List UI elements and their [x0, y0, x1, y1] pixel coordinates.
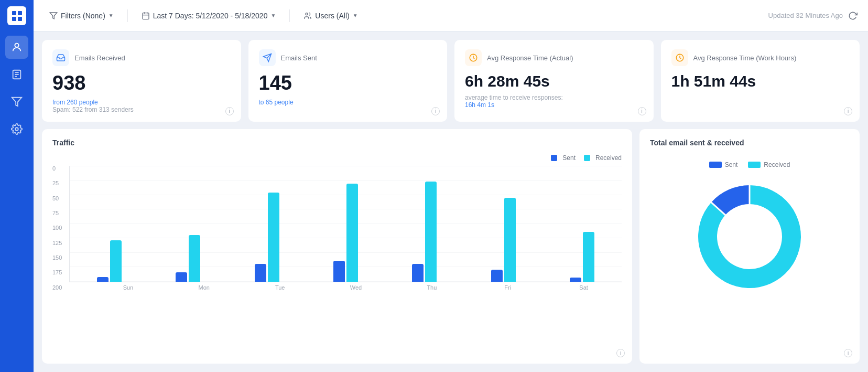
- stat-info-workhours[interactable]: i: [844, 107, 852, 115]
- stat-sub1-actual: average time to receive responses:: [465, 94, 563, 101]
- date-chevron: ▼: [270, 13, 276, 18]
- refresh-icon[interactable]: [848, 11, 858, 20]
- donut-legend-sent: Sent: [709, 161, 738, 168]
- bar-sent[interactable]: [333, 261, 345, 282]
- stat-info-sent[interactable]: i: [431, 107, 440, 115]
- x-labels: SunMonTueWedThuFriSat: [69, 284, 622, 291]
- bar-sent[interactable]: [412, 264, 424, 282]
- clock-workhours-icon: [675, 53, 685, 62]
- x-label: Fri: [470, 284, 546, 291]
- bar-group: [227, 193, 306, 282]
- stat-sub-received: from 260 people Spam: 522 from 313 sende…: [52, 99, 231, 113]
- sidebar-item-settings[interactable]: [5, 118, 28, 141]
- content-area: Emails Received 938 from 260 people Spam…: [34, 31, 868, 372]
- svg-rect-8: [143, 13, 149, 19]
- x-label: Wed: [318, 284, 394, 291]
- bar-group: [70, 240, 148, 282]
- stat-header-workhours: Avg Response Time (Work Hours): [671, 49, 850, 66]
- stat-emails-received: Emails Received 938 from 260 people Spam…: [42, 40, 241, 122]
- y-label: 50: [52, 196, 65, 201]
- sidebar-item-reports[interactable]: [5, 63, 28, 86]
- stat-value-sent: 145: [259, 72, 437, 94]
- bar-group: [464, 198, 542, 282]
- x-label: Sun: [90, 284, 166, 291]
- sidebar-item-users[interactable]: [5, 36, 28, 59]
- bar-received[interactable]: [268, 193, 279, 282]
- legend-received-label: Received: [595, 154, 622, 162]
- stat-title-sent: Emails Sent: [281, 54, 317, 62]
- donut-svg: [692, 179, 807, 294]
- stat-sub1-received: from 260 people: [52, 99, 98, 106]
- filter-icon: [49, 12, 58, 20]
- bar-sent[interactable]: [491, 270, 503, 282]
- bar-received[interactable]: [110, 240, 122, 282]
- stat-info-received[interactable]: i: [225, 107, 234, 115]
- svg-point-18: [679, 54, 680, 55]
- grid-line: [70, 180, 622, 180]
- y-label: 100: [52, 225, 65, 231]
- bar-received[interactable]: [425, 182, 437, 282]
- svg-marker-7: [50, 13, 57, 19]
- donut-legend-received: Received: [748, 161, 790, 168]
- x-label: Thu: [394, 284, 470, 291]
- users-dropdown[interactable]: Users (All) ▼: [298, 8, 363, 23]
- date-range-dropdown[interactable]: Last 7 Days: 5/12/2020 - 5/18/2020 ▼: [136, 8, 281, 23]
- topbar-sep2: [289, 9, 290, 22]
- svg-point-0: [15, 44, 18, 47]
- donut-legend: Sent Received: [709, 161, 790, 168]
- y-label: 125: [52, 240, 65, 246]
- bar-chart-info[interactable]: i: [616, 349, 625, 357]
- x-label: Sat: [546, 284, 622, 291]
- legend-sent-label: Sent: [562, 154, 576, 162]
- stat-sub-actual: average time to receive responses: 16h 4…: [465, 94, 643, 109]
- stat-avg-actual: Avg Response Time (Actual) 6h 28m 45s av…: [454, 40, 654, 122]
- bar-sent[interactable]: [255, 264, 266, 282]
- y-label: 150: [52, 255, 65, 261]
- sidebar: [0, 0, 34, 372]
- stat-sub-sent: to 65 people: [259, 99, 437, 106]
- date-range-label: Last 7 Days: 5/12/2020 - 5/18/2020: [153, 12, 268, 20]
- y-label: 25: [52, 180, 65, 186]
- x-label: Mon: [166, 284, 242, 291]
- bar-group: [385, 182, 464, 282]
- bar-received[interactable]: [504, 198, 516, 282]
- bar-received[interactable]: [189, 235, 200, 282]
- bar-sent[interactable]: [570, 278, 581, 281]
- filter-chevron: ▼: [108, 13, 114, 18]
- y-label: 200: [52, 285, 65, 291]
- sidebar-item-filters[interactable]: [5, 90, 28, 113]
- clock-actual-icon: [469, 53, 478, 62]
- filters-dropdown[interactable]: Filters (None) ▼: [44, 8, 119, 23]
- svg-point-16: [473, 54, 474, 55]
- donut-legend-received-box: [748, 162, 761, 168]
- bar-chart-body: 2001751501251007550250 SunMonTueWedThuFr…: [52, 166, 622, 291]
- stat-sub2-actual: 16h 4m 1s: [465, 101, 494, 109]
- stat-sub2-received: Spam: 522 from 313 senders: [52, 106, 134, 113]
- stat-info-actual[interactable]: i: [638, 107, 646, 115]
- bar-sent[interactable]: [97, 277, 108, 281]
- svg-point-6: [15, 127, 18, 131]
- bar-received[interactable]: [583, 232, 594, 282]
- app-logo[interactable]: [7, 6, 26, 25]
- clock-workhours-icon-wrap: [671, 49, 688, 66]
- updated-label: Updated 32 Minutes Ago: [768, 12, 843, 19]
- topbar-sep1: [127, 9, 128, 22]
- y-axis: 2001751501251007550250: [52, 166, 69, 291]
- stat-value-received: 938: [52, 72, 231, 94]
- stat-value-workhours: 1h 51m 44s: [671, 72, 850, 90]
- svg-point-12: [306, 13, 308, 15]
- donut-chart-card: Total email sent & received Sent Receive…: [639, 129, 860, 364]
- filter-label: Filters (None): [61, 12, 105, 20]
- bar-received[interactable]: [346, 184, 358, 282]
- users-label: Users (All): [315, 12, 349, 20]
- svg-marker-5: [12, 98, 21, 107]
- legend-sent-dot: [551, 155, 557, 161]
- calendar-icon: [142, 12, 150, 20]
- donut-chart-info[interactable]: i: [844, 349, 852, 357]
- stat-title-actual: Avg Response Time (Actual): [487, 54, 573, 62]
- stat-header-actual: Avg Response Time (Actual): [465, 49, 643, 66]
- topbar-right: Updated 32 Minutes Ago: [768, 11, 858, 20]
- x-label: Tue: [242, 284, 318, 291]
- stat-avg-workhours: Avg Response Time (Work Hours) 1h 51m 44…: [661, 40, 860, 122]
- bar-sent[interactable]: [176, 272, 187, 282]
